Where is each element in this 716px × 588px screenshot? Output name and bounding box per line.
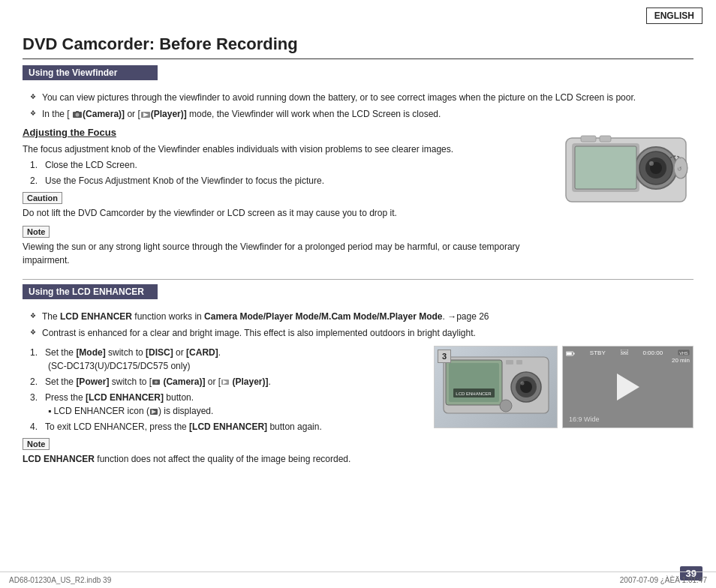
lcd-images-area: 3 LCD ENHANCER [434,346,693,428]
focus-subsection-title: Adjusting the Focus [23,127,551,138]
lcd-number-badge: 3 [438,350,451,363]
focus-step-2: 2.Use the Focus Adjustment Knob of the V… [30,174,551,188]
page-wrapper: ENGLISH DVD Camcorder: Before Recording … [0,0,716,588]
lcd-time-text: 0:00:00 [642,350,663,357]
lcd-steps-area: 1. Set the [Mode] switch to [DISC] or [C… [23,346,423,472]
footer-right: 2007-07-09 ¿ÀÈÄ 1:01:47 [620,576,707,584]
lcd-steps-list: 1. Set the [Mode] switch to [DISC] or [C… [30,346,423,434]
lcd-note-text: LCD ENHANCER function does not affect th… [23,452,423,466]
lcd-section-header: Using the LCD ENHANCER [23,284,158,299]
svg-point-36 [500,400,512,412]
focus-text-area: Adjusting the Focus The focus adjustment… [23,127,551,273]
lcd-step-4: 4. To exit LCD ENHANCER, press the [LCD … [30,420,423,434]
svg-point-12 [649,161,654,166]
lcd-play-arrow [617,374,639,400]
section-divider [23,279,693,280]
viewfinder-bullet-1: You can view pictures through the viewfi… [30,91,693,104]
svg-point-35 [520,382,524,386]
focus-camera-image: ↺ [558,127,693,213]
lcd-bullet-2: Contrast is enhanced for a clear and bri… [30,326,693,340]
lcd-camera-inner: 3 LCD ENHANCER [435,346,557,428]
lcd-step-3: 3. Press the [LCD ENHANCER] button. ▪ LC… [30,391,423,418]
svg-rect-30 [506,360,513,364]
lcd-section-header-block: Using the LCD ENHANCER [23,284,693,304]
svg-rect-2 [76,111,79,112]
svg-rect-39 [567,352,572,355]
bottom-bar: AD68-01230A_US_R2.indb 39 2007-07-09 ¿ÀÈ… [0,572,716,588]
lcd-bullet-list: The LCD ENHANCER function works in Camer… [30,310,693,340]
lcd-stby-text: STBY [590,350,606,357]
viewfinder-section-header-block: Using the Viewfinder [23,65,693,86]
footer-left: AD68-01230A_US_R2.indb 39 [9,576,111,584]
lcd-note-block: Note LCD ENHANCER function does not affe… [23,438,423,466]
svg-rect-17 [600,136,611,142]
svg-rect-16 [581,136,596,142]
lcd-step-1: 1. Set the [Mode] switch to [DISC] or [C… [30,346,423,373]
viewfinder-bullet-list: You can view pictures through the viewfi… [30,91,693,121]
lcd-content-area: 1. Set the [Mode] switch to [DISC] or [C… [23,346,693,472]
svg-point-42 [624,352,627,354]
lcd-viewfinder-image: STBY 0:00:00 VHS 20 min 16:9 [562,346,693,428]
lcd-bullet-1: The LCD ENHANCER function works in Camer… [30,310,693,323]
main-title: DVD Camcorder: Before Recording [23,34,693,59]
focus-step-1: 1.Close the LCD Screen. [30,158,551,172]
svg-rect-15 [575,146,636,189]
caution-block: Caution Do not lift the DVD Camcorder by… [23,192,551,220]
svg-point-1 [76,112,80,116]
svg-point-19 [155,381,158,384]
english-badge: ENGLISH [646,8,702,24]
lcd-section: Using the LCD ENHANCER The LCD ENHANCER … [23,284,693,472]
viewfinder-bullet-2: In the [ (Camera)] or [(Player)] mode, t… [30,107,693,121]
caution-text: Do not lift the DVD Camcorder by the vie… [23,206,551,220]
focus-body: The focus adjustment knob of the Viewfin… [23,142,551,156]
svg-rect-31 [516,360,522,364]
lcd-viewfinder-inner: STBY 0:00:00 VHS 20 min 16:9 [563,346,693,428]
viewfinder-section-header: Using the Viewfinder [23,65,158,80]
lcd-wide-text: 16:9 Wide [569,416,600,423]
lcd-min-text: 20 min [672,357,690,364]
svg-rect-38 [573,353,575,355]
caution-label: Caution [23,192,62,204]
lcd-topbar: STBY 0:00:00 VHS [566,350,690,357]
note-block: Note Viewing the sun or any strong light… [23,226,551,267]
focus-steps: 1.Close the LCD Screen. 2.Use the Focus … [30,158,551,188]
svg-text:LCD ENHANCER: LCD ENHANCER [456,392,492,396]
note-label: Note [23,226,50,238]
svg-text:VHS: VHS [679,351,688,356]
svg-rect-43 [621,350,627,352]
lcd-camera-image: 3 LCD ENHANCER [434,346,558,428]
svg-point-41 [621,352,624,354]
lcd-step-2: 2. Set the [Power] switch to [ (Camera)]… [30,375,423,388]
focus-section: Adjusting the Focus The focus adjustment… [23,127,693,273]
lcd-note-label: Note [23,438,50,450]
note-text: Viewing the sun or any strong light sour… [23,240,551,267]
svg-text:↺: ↺ [677,166,682,172]
